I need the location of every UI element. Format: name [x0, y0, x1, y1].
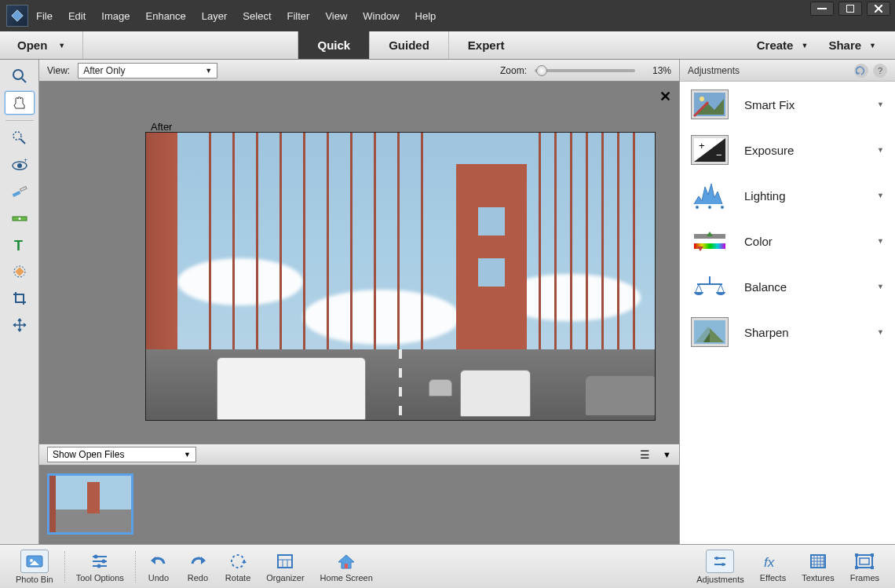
sb-rotate[interactable]: Rotate	[217, 551, 258, 583]
crop-tool[interactable]	[5, 287, 35, 310]
svg-point-7	[13, 132, 21, 140]
caret-down-icon: ▼	[869, 42, 876, 49]
adj-smart-fix[interactable]: Smart Fix▼	[680, 82, 895, 127]
sb-tool-options[interactable]: Tool Options	[68, 551, 132, 583]
svg-rect-1	[817, 8, 827, 9]
sb-frames[interactable]: Frames	[842, 551, 887, 583]
bin-collapse-icon[interactable]: ▼	[663, 450, 671, 459]
minimize-button[interactable]	[810, 2, 834, 16]
adjustments-header: Adjustments ?	[680, 60, 895, 82]
options-bar: View: After Only ▼ Zoom: 13%	[39, 60, 679, 82]
bin-select[interactable]: Show Open Files ▼	[47, 447, 196, 462]
svg-rect-18	[15, 267, 24, 276]
view-select[interactable]: After Only ▼	[78, 63, 217, 79]
svg-point-28	[708, 206, 711, 209]
svg-rect-12	[12, 191, 20, 197]
photo-bin	[39, 466, 679, 544]
modebar: Open ▼ Quick Guided Expert Create▼ Share…	[0, 31, 895, 60]
window-controls	[810, 2, 890, 16]
menu-window[interactable]: Window	[363, 10, 399, 22]
sb-redo[interactable]: Redo	[178, 551, 217, 583]
sb-undo[interactable]: Undo	[139, 551, 178, 583]
color-icon	[691, 226, 729, 256]
photo-canvas[interactable]	[145, 132, 656, 421]
redeye-tool[interactable]: +	[5, 153, 35, 177]
adjustments-panel: Adjustments ? Smart Fix▼ +− Exposure▼ Li…	[679, 60, 895, 544]
menu-help[interactable]: Help	[415, 10, 437, 22]
svg-text:−: −	[716, 149, 722, 161]
close-button[interactable]	[867, 2, 890, 16]
svg-point-21	[700, 97, 704, 101]
sb-home-screen[interactable]: Home Screen	[312, 551, 381, 583]
view-label: View:	[47, 65, 70, 76]
adj-color[interactable]: Color▼	[680, 218, 895, 264]
maximize-button[interactable]	[838, 2, 862, 16]
create-button[interactable]: Create▼	[749, 38, 816, 52]
svg-text:+: +	[24, 159, 27, 164]
caret-down-icon: ▼	[877, 146, 884, 154]
menu-select[interactable]: Select	[243, 10, 271, 22]
svg-line-8	[20, 139, 25, 144]
spot-heal-tool[interactable]	[5, 260, 35, 283]
statusbar: Photo Bin Tool Options Undo Redo Rotate …	[0, 544, 895, 588]
svg-point-5	[13, 70, 23, 79]
quick-select-tool[interactable]	[5, 126, 35, 150]
svg-marker-55	[201, 557, 206, 564]
svg-point-27	[696, 206, 699, 209]
menu-edit[interactable]: Edit	[68, 10, 86, 22]
sb-textures[interactable]: Textures	[794, 551, 842, 583]
share-button[interactable]: Share▼	[820, 38, 884, 52]
bin-menu-icon[interactable]: ☰	[640, 448, 650, 461]
svg-rect-70	[857, 555, 872, 568]
svg-marker-54	[151, 557, 155, 564]
svg-text:+: +	[699, 140, 705, 152]
whiten-tool[interactable]	[5, 180, 35, 203]
svg-point-29	[721, 206, 724, 209]
menu-view[interactable]: View	[325, 10, 347, 22]
svg-rect-2	[846, 5, 854, 13]
sharpen-icon	[691, 317, 729, 347]
adj-sharpen[interactable]: Sharpen▼	[680, 309, 895, 355]
document-close-icon[interactable]: ✕	[659, 88, 671, 105]
reset-icon[interactable]	[854, 64, 868, 78]
menu-image[interactable]: Image	[101, 10, 130, 22]
sb-adjustments[interactable]: Adjustments	[689, 550, 752, 584]
menu-file[interactable]: File	[36, 10, 53, 22]
svg-marker-57	[242, 560, 247, 563]
menu-layer[interactable]: Layer	[202, 10, 228, 22]
tab-guided[interactable]: Guided	[369, 31, 448, 59]
caret-down-icon: ▼	[877, 237, 884, 245]
svg-point-10	[17, 163, 22, 168]
main-area: + T View: After Only ▼ Zoom: 13% ✕ After	[0, 60, 895, 544]
sb-photo-bin[interactable]: Photo Bin	[8, 550, 61, 584]
zoom-tool[interactable]	[5, 64, 35, 88]
adj-lighting[interactable]: Lighting▼	[680, 173, 895, 218]
hand-tool[interactable]	[5, 91, 35, 115]
tab-quick[interactable]: Quick	[298, 31, 369, 59]
sb-effects[interactable]: fxEffects	[752, 551, 794, 583]
zoom-thumb[interactable]	[536, 65, 547, 76]
open-label: Open	[17, 38, 47, 52]
caret-down-icon: ▼	[184, 451, 191, 458]
svg-point-65	[715, 557, 718, 560]
photo-bin-bar: Show Open Files ▼ ☰ ▼	[39, 444, 679, 466]
tab-expert[interactable]: Expert	[448, 31, 524, 59]
adj-balance[interactable]: Balance▼	[680, 264, 895, 309]
menubar: File Edit Image Enhance Layer Select Fil…	[36, 10, 436, 22]
zoom-slider[interactable]	[535, 69, 635, 72]
svg-point-53	[97, 564, 101, 568]
menu-enhance[interactable]: Enhance	[146, 10, 186, 22]
sb-organizer[interactable]: Organizer	[258, 551, 312, 583]
lighting-icon	[691, 181, 729, 210]
bin-thumbnail[interactable]	[47, 473, 133, 535]
open-button[interactable]: Open ▼	[0, 31, 83, 59]
help-icon[interactable]: ?	[873, 64, 887, 78]
adj-exposure[interactable]: +− Exposure▼	[680, 127, 895, 173]
svg-rect-13	[20, 186, 27, 191]
svg-rect-75	[871, 566, 874, 569]
menu-filter[interactable]: Filter	[287, 10, 310, 22]
caret-down-icon: ▼	[877, 192, 884, 199]
straighten-tool[interactable]	[5, 206, 35, 230]
move-tool[interactable]	[5, 313, 35, 337]
type-tool[interactable]: T	[5, 233, 35, 257]
